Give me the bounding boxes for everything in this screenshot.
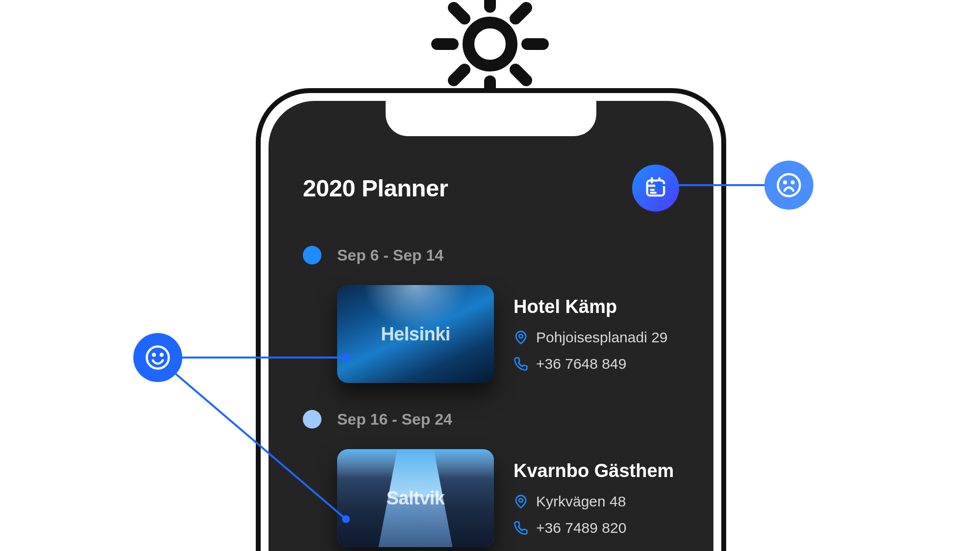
destination-card[interactable]: Saltvik — [337, 449, 494, 547]
destination-city-label: Saltvik — [386, 488, 444, 509]
svg-line-5 — [454, 8, 465, 19]
phone-icon — [514, 357, 528, 371]
trip-info: Kvarnbo Gästhem Kyrkvägen 48 — [514, 449, 674, 547]
trip-item: Sep 6 - Sep 14 Helsinki Hotel Kämp — [303, 246, 679, 383]
calendar-icon — [644, 176, 667, 200]
hotel-phone-row[interactable]: +36 7648 849 — [514, 356, 668, 372]
trip-info: Hotel Kämp Pohjoisesplanadi 29 — [514, 285, 668, 383]
svg-point-23 — [778, 174, 800, 196]
svg-point-26 — [147, 347, 169, 369]
hotel-phone: +36 7489 820 — [536, 520, 626, 536]
hotel-address: Kyrkvägen 48 — [536, 493, 626, 510]
sad-face-icon — [764, 161, 813, 210]
hotel-name: Kvarnbo Gästhem — [514, 460, 674, 481]
hotel-name: Hotel Kämp — [514, 296, 668, 317]
svg-point-0 — [468, 23, 512, 66]
phone-screen: 2020 Planner — [269, 101, 713, 551]
happy-face-icon — [133, 333, 182, 382]
svg-point-16 — [519, 498, 523, 502]
trip-date-range: Sep 16 - Sep 24 — [337, 410, 452, 429]
svg-line-7 — [515, 8, 526, 19]
header: 2020 Planner — [303, 165, 679, 212]
trip-item: Sep 16 - Sep 24 Saltvik Kvarnbo Gästhem — [303, 410, 679, 547]
svg-line-6 — [515, 70, 526, 80]
trip-date-range: Sep 6 - Sep 14 — [337, 246, 443, 264]
destination-card[interactable]: Helsinki — [337, 285, 494, 383]
svg-point-25 — [792, 182, 794, 184]
svg-point-28 — [161, 354, 163, 356]
hotel-phone: +36 7648 849 — [536, 356, 626, 372]
svg-point-27 — [153, 354, 155, 356]
destination-city-label: Helsinki — [381, 324, 450, 345]
svg-point-24 — [784, 182, 786, 184]
svg-line-8 — [454, 70, 465, 80]
phone-frame: 2020 Planner — [256, 88, 726, 551]
timeline-dot-icon — [303, 246, 321, 264]
timeline-dot-icon — [303, 410, 321, 429]
calendar-button[interactable] — [632, 165, 679, 212]
hotel-address-row: Kyrkvägen 48 — [514, 493, 674, 510]
svg-point-15 — [519, 334, 523, 338]
phone-icon — [514, 521, 528, 535]
location-pin-icon — [514, 330, 528, 345]
location-pin-icon — [514, 494, 528, 509]
hotel-address: Pohjoisesplanadi 29 — [536, 329, 668, 346]
hotel-phone-row[interactable]: +36 7489 820 — [514, 520, 674, 536]
page-title: 2020 Planner — [303, 174, 448, 202]
hotel-address-row: Pohjoisesplanadi 29 — [514, 329, 668, 346]
